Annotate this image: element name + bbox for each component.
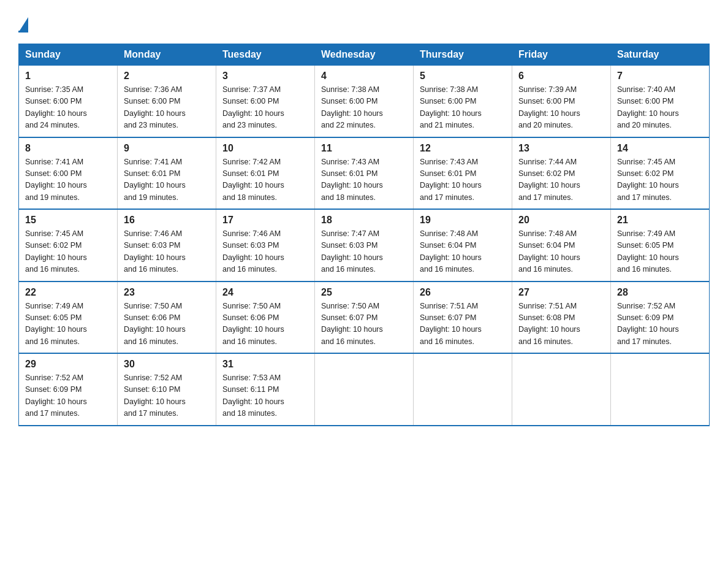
day-info: Sunrise: 7:37 AMSunset: 6:00 PMDaylight:… xyxy=(222,84,308,132)
day-number: 4 xyxy=(321,71,407,82)
day-number: 6 xyxy=(518,71,604,82)
calendar-cell: 7Sunrise: 7:40 AMSunset: 6:00 PMDaylight… xyxy=(611,66,710,137)
calendar-cell: 17Sunrise: 7:46 AMSunset: 6:03 PMDayligh… xyxy=(216,209,315,282)
day-number: 17 xyxy=(222,215,308,226)
calendar-cell: 23Sunrise: 7:50 AMSunset: 6:06 PMDayligh… xyxy=(118,282,216,354)
day-number: 13 xyxy=(518,143,604,154)
header-monday: Monday xyxy=(118,44,216,66)
day-info: Sunrise: 7:42 AMSunset: 6:01 PMDaylight:… xyxy=(222,156,308,204)
day-number: 25 xyxy=(321,287,407,298)
calendar-cell: 3Sunrise: 7:37 AMSunset: 6:00 PMDaylight… xyxy=(216,66,315,137)
calendar-cell xyxy=(414,353,512,426)
day-info: Sunrise: 7:45 AMSunset: 6:02 PMDaylight:… xyxy=(617,156,703,204)
calendar-cell xyxy=(512,353,611,426)
calendar-cell xyxy=(611,353,710,426)
calendar-cell: 28Sunrise: 7:52 AMSunset: 6:09 PMDayligh… xyxy=(611,282,710,354)
calendar-table: SundayMondayTuesdayWednesdayThursdayFrid… xyxy=(18,44,710,426)
day-number: 14 xyxy=(617,143,703,154)
week-row-2: 8Sunrise: 7:41 AMSunset: 6:00 PMDaylight… xyxy=(19,137,710,210)
day-info: Sunrise: 7:41 AMSunset: 6:01 PMDaylight:… xyxy=(124,156,210,204)
day-number: 31 xyxy=(222,359,308,370)
calendar-cell: 9Sunrise: 7:41 AMSunset: 6:01 PMDaylight… xyxy=(118,137,216,210)
day-number: 10 xyxy=(222,143,308,154)
calendar-cell: 21Sunrise: 7:49 AMSunset: 6:05 PMDayligh… xyxy=(611,209,710,282)
day-number: 8 xyxy=(25,143,111,154)
day-info: Sunrise: 7:43 AMSunset: 6:01 PMDaylight:… xyxy=(420,156,506,204)
day-number: 21 xyxy=(617,215,703,226)
calendar-cell: 29Sunrise: 7:52 AMSunset: 6:09 PMDayligh… xyxy=(19,353,118,426)
calendar-cell: 8Sunrise: 7:41 AMSunset: 6:00 PMDaylight… xyxy=(19,137,118,210)
day-number: 29 xyxy=(25,359,111,370)
day-number: 7 xyxy=(617,71,703,82)
day-info: Sunrise: 7:51 AMSunset: 6:07 PMDaylight:… xyxy=(420,301,506,348)
calendar-cell: 13Sunrise: 7:44 AMSunset: 6:02 PMDayligh… xyxy=(512,137,611,210)
calendar-cell: 30Sunrise: 7:52 AMSunset: 6:10 PMDayligh… xyxy=(118,353,216,426)
calendar-cell: 16Sunrise: 7:46 AMSunset: 6:03 PMDayligh… xyxy=(118,209,216,282)
calendar-cell: 2Sunrise: 7:36 AMSunset: 6:00 PMDaylight… xyxy=(118,66,216,137)
day-info: Sunrise: 7:49 AMSunset: 6:05 PMDaylight:… xyxy=(617,228,703,276)
day-info: Sunrise: 7:39 AMSunset: 6:00 PMDaylight:… xyxy=(518,84,604,132)
day-info: Sunrise: 7:52 AMSunset: 6:09 PMDaylight:… xyxy=(617,301,703,348)
day-number: 2 xyxy=(124,71,210,82)
calendar-cell: 15Sunrise: 7:45 AMSunset: 6:02 PMDayligh… xyxy=(19,209,118,282)
header-saturday: Saturday xyxy=(611,44,710,66)
day-info: Sunrise: 7:52 AMSunset: 6:09 PMDaylight:… xyxy=(25,372,111,420)
day-info: Sunrise: 7:49 AMSunset: 6:05 PMDaylight:… xyxy=(25,301,111,348)
logo-underline xyxy=(18,31,28,33)
day-info: Sunrise: 7:41 AMSunset: 6:00 PMDaylight:… xyxy=(25,156,111,204)
day-info: Sunrise: 7:48 AMSunset: 6:04 PMDaylight:… xyxy=(518,228,604,276)
calendar-cell: 27Sunrise: 7:51 AMSunset: 6:08 PMDayligh… xyxy=(512,282,611,354)
day-info: Sunrise: 7:50 AMSunset: 6:06 PMDaylight:… xyxy=(124,301,210,348)
logo xyxy=(18,12,28,33)
day-number: 27 xyxy=(518,287,604,298)
calendar-cell: 31Sunrise: 7:53 AMSunset: 6:11 PMDayligh… xyxy=(216,353,315,426)
calendar-cell: 12Sunrise: 7:43 AMSunset: 6:01 PMDayligh… xyxy=(414,137,512,210)
day-info: Sunrise: 7:51 AMSunset: 6:08 PMDaylight:… xyxy=(518,301,604,348)
day-info: Sunrise: 7:46 AMSunset: 6:03 PMDaylight:… xyxy=(222,228,308,276)
day-number: 3 xyxy=(222,71,308,82)
calendar-cell: 19Sunrise: 7:48 AMSunset: 6:04 PMDayligh… xyxy=(414,209,512,282)
day-number: 19 xyxy=(420,215,506,226)
header-wednesday: Wednesday xyxy=(315,44,414,66)
day-info: Sunrise: 7:43 AMSunset: 6:01 PMDaylight:… xyxy=(321,156,407,204)
day-number: 18 xyxy=(321,215,407,226)
week-row-3: 15Sunrise: 7:45 AMSunset: 6:02 PMDayligh… xyxy=(19,209,710,282)
day-number: 20 xyxy=(518,215,604,226)
page-header xyxy=(18,12,710,33)
calendar-cell: 18Sunrise: 7:47 AMSunset: 6:03 PMDayligh… xyxy=(315,209,414,282)
calendar-cell: 5Sunrise: 7:38 AMSunset: 6:00 PMDaylight… xyxy=(414,66,512,137)
calendar-cell: 1Sunrise: 7:35 AMSunset: 6:00 PMDaylight… xyxy=(19,66,118,137)
day-number: 16 xyxy=(124,215,210,226)
header-friday: Friday xyxy=(512,44,611,66)
calendar-header-row: SundayMondayTuesdayWednesdayThursdayFrid… xyxy=(19,44,710,66)
logo-triangle-icon xyxy=(20,17,28,31)
week-row-5: 29Sunrise: 7:52 AMSunset: 6:09 PMDayligh… xyxy=(19,353,710,426)
calendar-cell: 10Sunrise: 7:42 AMSunset: 6:01 PMDayligh… xyxy=(216,137,315,210)
calendar-cell: 24Sunrise: 7:50 AMSunset: 6:06 PMDayligh… xyxy=(216,282,315,354)
header-thursday: Thursday xyxy=(414,44,512,66)
calendar-cell: 22Sunrise: 7:49 AMSunset: 6:05 PMDayligh… xyxy=(19,282,118,354)
calendar-cell: 26Sunrise: 7:51 AMSunset: 6:07 PMDayligh… xyxy=(414,282,512,354)
calendar-cell: 20Sunrise: 7:48 AMSunset: 6:04 PMDayligh… xyxy=(512,209,611,282)
day-info: Sunrise: 7:53 AMSunset: 6:11 PMDaylight:… xyxy=(222,372,308,420)
day-info: Sunrise: 7:48 AMSunset: 6:04 PMDaylight:… xyxy=(420,228,506,276)
day-number: 15 xyxy=(25,215,111,226)
day-number: 12 xyxy=(420,143,506,154)
day-number: 1 xyxy=(25,71,111,82)
day-number: 5 xyxy=(420,71,506,82)
calendar-cell: 6Sunrise: 7:39 AMSunset: 6:00 PMDaylight… xyxy=(512,66,611,137)
day-info: Sunrise: 7:46 AMSunset: 6:03 PMDaylight:… xyxy=(124,228,210,276)
day-info: Sunrise: 7:38 AMSunset: 6:00 PMDaylight:… xyxy=(420,84,506,132)
calendar-cell: 4Sunrise: 7:38 AMSunset: 6:00 PMDaylight… xyxy=(315,66,414,137)
day-info: Sunrise: 7:40 AMSunset: 6:00 PMDaylight:… xyxy=(617,84,703,132)
day-number: 9 xyxy=(124,143,210,154)
day-info: Sunrise: 7:50 AMSunset: 6:07 PMDaylight:… xyxy=(321,301,407,348)
day-number: 24 xyxy=(222,287,308,298)
day-info: Sunrise: 7:45 AMSunset: 6:02 PMDaylight:… xyxy=(25,228,111,276)
day-number: 30 xyxy=(124,359,210,370)
day-info: Sunrise: 7:36 AMSunset: 6:00 PMDaylight:… xyxy=(124,84,210,132)
calendar-cell: 25Sunrise: 7:50 AMSunset: 6:07 PMDayligh… xyxy=(315,282,414,354)
day-info: Sunrise: 7:44 AMSunset: 6:02 PMDaylight:… xyxy=(518,156,604,204)
day-info: Sunrise: 7:47 AMSunset: 6:03 PMDaylight:… xyxy=(321,228,407,276)
day-number: 28 xyxy=(617,287,703,298)
